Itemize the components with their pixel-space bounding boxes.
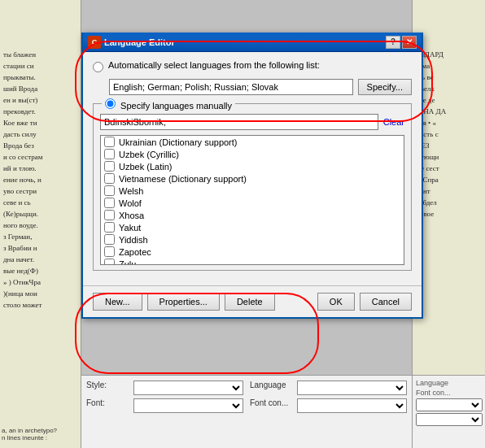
delete-button[interactable]: Delete: [225, 293, 275, 311]
titlebar-buttons: ? ✕: [386, 36, 417, 49]
auto-section: Automatically select languages from the …: [93, 60, 412, 95]
list-item: Wolof: [101, 197, 404, 209]
style-row: Style: Language: [86, 381, 407, 395]
auto-input-row: Specify...: [109, 79, 412, 95]
manual-languages-input[interactable]: [100, 114, 378, 130]
help-button[interactable]: ?: [386, 36, 400, 49]
auto-option-row: Automatically select languages from the …: [93, 60, 412, 72]
list-item: Vietnamese (Dictionary support): [101, 172, 404, 185]
manual-radio[interactable]: [105, 98, 116, 109]
style-label: Style:: [86, 381, 127, 395]
list-item: Ukrainian (Dictionary support): [101, 136, 404, 148]
font-select-right[interactable]: [416, 413, 483, 426]
manual-legend: Specify languages manually: [102, 98, 235, 111]
lang-checkbox-zapotec[interactable]: [104, 246, 115, 257]
language-label: Language: [250, 381, 291, 395]
font-select[interactable]: [133, 398, 243, 413]
auto-label: Automatically select languages from the …: [108, 60, 320, 70]
font-label: Font:: [86, 398, 127, 413]
font-con-select[interactable]: [297, 398, 407, 413]
dialog-footer: New... Properties... Delete OK Cancel: [83, 285, 422, 317]
lang-checkbox-yiddish[interactable]: [104, 234, 115, 245]
list-item: Yakut: [101, 221, 404, 233]
footer-right-buttons: OK Cancel: [317, 293, 412, 311]
left-doc-text: ты блажен стации си прыкваты. ший Врода …: [3, 49, 76, 311]
manual-input-row: Clear: [100, 114, 404, 130]
auto-radio[interactable]: [93, 62, 103, 72]
lang-checkbox-vietnamese[interactable]: [104, 173, 115, 184]
dialog-app-icon: C: [88, 36, 101, 49]
font-row: Font: Font con...: [86, 398, 407, 413]
dialog-body: Automatically select languages from the …: [83, 52, 422, 285]
close-button[interactable]: ✕: [402, 36, 417, 49]
language-list[interactable]: Ukrainian (Dictionary support) Uzbek (Cy…: [100, 135, 404, 265]
lang-checkbox-yakut[interactable]: [104, 222, 115, 233]
bottom-panel: Style: Language Font: Font con...: [81, 375, 412, 448]
manual-section: Specify languages manually Clear Ukraini…: [93, 103, 412, 271]
dialog-titlebar: C Language Editor ? ✕: [83, 33, 422, 52]
list-item: Uzbek (Cyrillic): [101, 148, 404, 160]
properties-button[interactable]: Properties...: [147, 293, 220, 311]
language-editor-dialog: C Language Editor ? ✕ Automatically sele…: [81, 33, 423, 319]
lang-checkbox-zulu[interactable]: [104, 259, 115, 265]
list-item: Yiddish: [101, 233, 404, 246]
lang-checkbox-ukrainian[interactable]: [104, 137, 115, 147]
language-select-right[interactable]: [416, 398, 483, 411]
auto-languages-input[interactable]: [109, 79, 353, 95]
list-item: Uzbek (Latin): [101, 160, 404, 172]
list-item: Zulu: [101, 258, 404, 265]
lang-checkbox-wolof[interactable]: [104, 198, 115, 208]
style-select[interactable]: [133, 381, 243, 395]
left-document: ты блажен стации си прыкваты. ший Врода …: [0, 0, 81, 448]
list-item: Zapotec: [101, 246, 404, 258]
clear-button[interactable]: Clear: [383, 117, 404, 127]
list-item: Xhosa: [101, 209, 404, 221]
specify-button[interactable]: Specify...: [358, 79, 412, 95]
font-con-label: Font con...: [250, 398, 291, 413]
cancel-button[interactable]: Cancel: [360, 293, 412, 311]
ok-button[interactable]: OK: [317, 293, 355, 311]
dialog-title: Language Editor: [104, 37, 175, 47]
list-item: Welsh: [101, 185, 404, 197]
footer-left-buttons: New... Properties... Delete: [93, 293, 275, 311]
lang-checkbox-uzbek-cyr[interactable]: [104, 149, 115, 159]
lang-checkbox-uzbek-lat[interactable]: [104, 161, 115, 172]
language-select[interactable]: [297, 381, 407, 395]
lang-checkbox-welsh[interactable]: [104, 185, 115, 196]
titlebar-left: C Language Editor: [88, 36, 175, 49]
lang-checkbox-xhosa[interactable]: [104, 210, 115, 220]
new-button[interactable]: New...: [93, 293, 142, 311]
